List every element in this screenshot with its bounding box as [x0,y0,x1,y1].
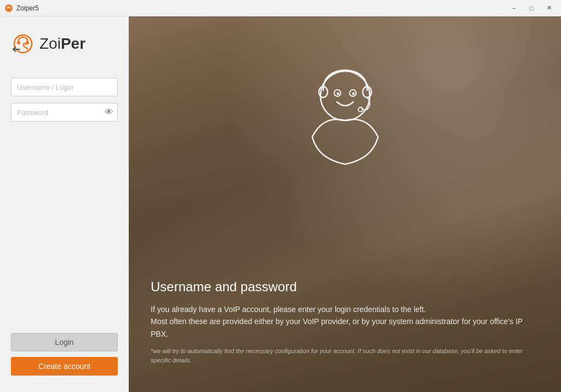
username-input-wrapper [11,78,118,96]
password-input[interactable] [11,103,118,122]
window-controls: − □ ✕ [506,2,557,14]
content-note: *we will try to automatically find the n… [151,347,539,365]
main-container: ZoiPer 👁 Login Create account [0,16,561,392]
logo-text: ZoiPer [39,35,85,53]
text-content: Username and password If you already hav… [151,279,539,365]
login-button[interactable]: Login [11,333,118,351]
logo-area: ZoiPer [0,16,96,78]
left-panel: ZoiPer 👁 Login Create account [0,16,129,392]
login-form: 👁 [0,78,129,122]
password-input-wrapper: 👁 [11,103,118,122]
right-panel: Username and password If you already hav… [129,16,561,392]
app-title: Zoiper5 [16,4,39,12]
close-button[interactable]: ✕ [541,2,557,14]
svg-point-4 [26,41,29,44]
titlebar-title-area: Zoiper5 [4,4,39,13]
logo-icon [11,32,35,56]
password-toggle-icon[interactable]: 👁 [105,107,113,117]
username-input[interactable] [11,78,118,96]
content-overlay: Username and password If you already hav… [129,16,561,392]
titlebar: Zoiper5 − □ ✕ [0,0,561,16]
content-title: Username and password [151,279,539,295]
svg-point-3 [17,41,20,44]
svg-point-0 [5,4,13,12]
bottom-buttons-area: Login Create account [0,333,129,392]
app-icon [4,4,13,13]
content-body-1: If you already have a VoIP account, plea… [151,303,539,340]
create-account-button[interactable]: Create account [11,357,118,376]
minimize-button[interactable]: − [506,2,522,14]
maximize-button[interactable]: □ [524,2,539,14]
